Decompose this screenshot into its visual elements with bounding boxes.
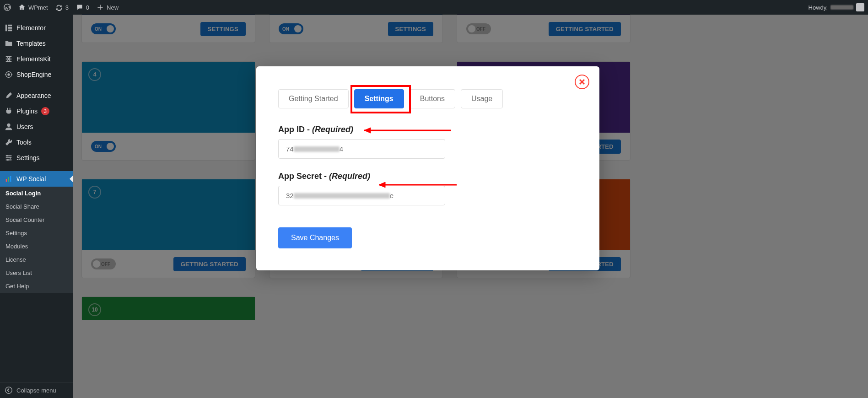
close-button[interactable] [575,75,589,89]
collapse-menu[interactable]: Collapse menu [0,382,73,398]
sliders-icon [5,154,13,162]
admin-sidebar: Elementor Templates ElementsKit ShopEngi… [0,15,73,398]
brush-icon [5,91,13,100]
home-icon [18,4,26,11]
sub-get-help[interactable]: Get Help [0,280,73,293]
folder-icon [5,39,13,48]
new-link[interactable]: New [97,4,119,11]
updates-count: 3 [65,4,69,11]
menu-elementor[interactable]: Elementor [0,20,73,36]
app-secret-label: App Secret - (Required) [278,172,577,181]
tab-usage[interactable]: Usage [461,89,503,108]
wp-admin-bar: WPmet 3 0 New Howdy, [0,0,868,15]
plugins-badge: 3 [41,107,49,115]
menu-users[interactable]: Users [0,119,73,134]
tab-getting-started[interactable]: Getting Started [278,89,349,108]
sub-license[interactable]: License [0,253,73,266]
new-label: New [107,4,119,11]
svg-point-14 [5,387,12,393]
tab-buttons[interactable]: Buttons [410,89,455,108]
app-secret-input[interactable]: 32e [278,186,445,205]
comment-icon [76,4,83,11]
close-icon [579,79,585,85]
menu-settings[interactable]: Settings [0,150,73,166]
submenu-wp-social: Social Login Social Share Social Counter… [0,187,73,293]
svg-point-6 [7,73,10,75]
menu-templates[interactable]: Templates [0,36,73,51]
menu-shopengine[interactable]: ShopEngine [0,67,73,82]
redacted [294,193,390,199]
svg-rect-4 [8,30,12,32]
svg-point-8 [6,155,8,157]
svg-point-9 [10,157,11,159]
shopengine-icon [5,70,13,79]
howdy-label: Howdy, [809,4,828,11]
app-id-input[interactable]: 744 [278,139,445,159]
wpsocial-icon [5,175,13,183]
sub-social-login[interactable]: Social Login [0,187,73,200]
sub-social-share[interactable]: Social Share [0,200,73,213]
tab-settings[interactable]: Settings [354,89,404,108]
menu-appearance[interactable]: Appearance [0,88,73,103]
comments-link[interactable]: 0 [76,4,89,11]
svg-point-10 [7,159,9,161]
svg-rect-11 [6,179,7,182]
svg-rect-1 [5,25,7,31]
sub-settings[interactable]: Settings [0,226,73,240]
site-link[interactable]: WPmet [18,4,48,11]
comments-count: 0 [86,4,89,11]
elementskit-icon [5,55,13,63]
menu-elementskit[interactable]: ElementsKit [0,51,73,67]
username-redacted [830,5,853,10]
howdy[interactable]: Howdy, [809,3,864,11]
wrench-icon [5,138,13,146]
svg-rect-2 [8,25,12,27]
site-name: WPmet [28,4,48,11]
svg-rect-13 [10,176,11,182]
plugin-icon [5,107,13,115]
user-icon [5,123,13,131]
menu-wp-social[interactable]: WP Social [0,171,73,187]
elementor-icon [5,24,13,32]
updates-link[interactable]: 3 [55,4,69,11]
modal-tabs: Getting Started Settings Buttons Usage [278,89,577,108]
avatar [856,3,864,11]
redacted [294,146,340,152]
menu-tools[interactable]: Tools [0,134,73,150]
collapse-icon [5,386,13,394]
provider-settings-modal: Getting Started Settings Buttons Usage A… [256,66,599,270]
menu-plugins[interactable]: Plugins3 [0,103,73,119]
wp-logo[interactable] [4,4,11,11]
refresh-icon [55,4,63,11]
wordpress-icon [4,4,11,11]
save-changes-button[interactable]: Save Changes [278,227,352,248]
plus-icon [97,4,104,11]
sub-users-list[interactable]: Users List [0,266,73,280]
svg-rect-3 [8,27,12,29]
svg-rect-12 [8,177,9,182]
sub-social-counter[interactable]: Social Counter [0,213,73,226]
svg-point-7 [7,124,10,127]
sub-modules[interactable]: Modules [0,240,73,253]
app-id-label: App ID - (Required) [278,125,577,134]
